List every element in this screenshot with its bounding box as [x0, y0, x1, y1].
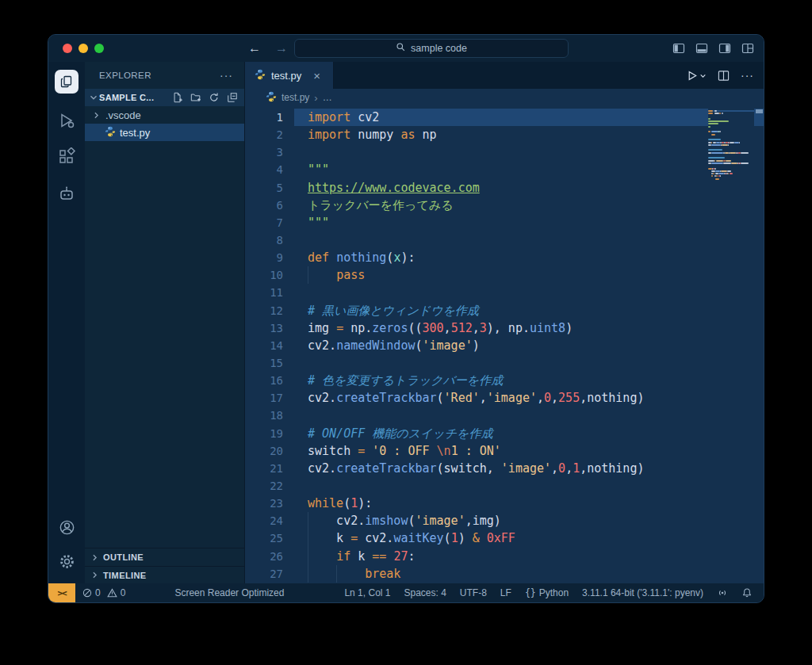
breadcrumb-file[interactable]: test.py: [282, 92, 309, 103]
minimap[interactable]: [708, 109, 754, 583]
code-line-content[interactable]: if k == 27:: [294, 548, 764, 565]
code-line[interactable]: 8: [245, 231, 764, 249]
code-line[interactable]: 21cv2.createTrackbar(switch, 'image',0,1…: [245, 460, 764, 477]
new-file-icon[interactable]: [172, 92, 183, 103]
tab-testpy[interactable]: test.py ×: [245, 62, 334, 89]
code-line-content[interactable]: [294, 354, 764, 372]
code-line[interactable]: 17cv2.createTrackbar('Red','image',0,255…: [245, 389, 764, 407]
code-line-content[interactable]: cv2.imshow('image',img): [294, 512, 764, 529]
code-line-content[interactable]: pass: [294, 266, 764, 284]
code-line-content[interactable]: break: [294, 565, 764, 583]
close-window-button[interactable]: [63, 44, 72, 53]
code-line[interactable]: 6トラックバーを作ってみる: [245, 197, 764, 214]
breadcrumb-symbols[interactable]: …: [323, 92, 332, 103]
code-line-content[interactable]: トラックバーを作ってみる: [294, 197, 764, 214]
code-line-content[interactable]: [294, 231, 764, 249]
tree-item-vscode-folder[interactable]: .vscode: [85, 106, 244, 124]
code-line-content[interactable]: [294, 284, 764, 301]
code-line[interactable]: 11: [245, 284, 764, 301]
code-line-content[interactable]: # 色を変更するトラックバーを作成: [294, 372, 764, 389]
code-line[interactable]: 26 if k == 27:: [245, 548, 764, 565]
extensions-icon[interactable]: [57, 147, 76, 166]
settings-gear-icon[interactable]: [58, 552, 76, 574]
code-line-content[interactable]: cv2.createTrackbar(switch, 'image',0,1,n…: [294, 460, 764, 477]
code-line[interactable]: 5https://www.codevace.com: [245, 179, 764, 197]
indentation-status[interactable]: Spaces: 4: [404, 587, 446, 598]
tree-item-testpy-file[interactable]: test.py: [85, 124, 244, 141]
problems-indicator[interactable]: 0 0: [82, 587, 125, 598]
remote-indicator-button[interactable]: ><: [48, 583, 75, 602]
toggle-secondary-sidebar-icon[interactable]: [718, 42, 731, 55]
code-line-content[interactable]: import numpy as np: [294, 126, 764, 143]
run-python-file-button[interactable]: [686, 70, 707, 82]
code-line-content[interactable]: import cv2: [294, 109, 764, 126]
code-line[interactable]: 10 pass: [245, 266, 764, 284]
explorer-icon[interactable]: [55, 70, 79, 94]
outline-section[interactable]: OUTLINE: [85, 548, 244, 566]
code-line-content[interactable]: [294, 477, 764, 495]
code-line[interactable]: 4""": [245, 161, 764, 178]
broadcast-icon[interactable]: [717, 587, 728, 598]
language-mode-status[interactable]: {} Python: [525, 587, 569, 598]
toggle-sidebar-icon[interactable]: [672, 42, 685, 55]
code-line[interactable]: 13img = np.zeros((300,512,3), np.uint8): [245, 319, 764, 337]
code-line[interactable]: 18: [245, 407, 764, 424]
code-line-content[interactable]: # 黒い画像とウィンドウを作成: [294, 302, 764, 319]
code-line[interactable]: 7""": [245, 214, 764, 231]
new-folder-icon[interactable]: [190, 92, 201, 103]
close-tab-icon[interactable]: ×: [313, 70, 320, 82]
code-line[interactable]: 12# 黒い画像とウィンドウを作成: [245, 302, 764, 319]
code-line-content[interactable]: cv2.namedWindow('image'): [294, 337, 764, 354]
command-center-search[interactable]: sample code: [294, 39, 569, 58]
python-interpreter-status[interactable]: 3.11.1 64-bit ('3.11.1': pyenv): [582, 587, 703, 598]
code-line-content[interactable]: """: [294, 161, 764, 178]
code-line[interactable]: 23while(1):: [245, 495, 764, 512]
customize-layout-icon[interactable]: [741, 42, 754, 55]
refresh-icon[interactable]: [209, 92, 220, 103]
code-line-content[interactable]: # ON/OFF 機能のスイッチを作成: [294, 425, 764, 442]
code-line-content[interactable]: [294, 407, 764, 424]
back-arrow-icon[interactable]: ←: [248, 41, 261, 55]
code-line-content[interactable]: https://www.codevace.com: [294, 179, 764, 197]
code-line[interactable]: 9def nothing(x):: [245, 249, 764, 266]
code-line-content[interactable]: """: [294, 214, 764, 231]
code-line[interactable]: 27 break: [245, 565, 764, 583]
notifications-bell-icon[interactable]: [741, 587, 753, 598]
accounts-icon[interactable]: [58, 518, 76, 540]
code-line-content[interactable]: cv2.createTrackbar('Red','image',0,255,n…: [294, 389, 764, 407]
code-line[interactable]: 3: [245, 143, 764, 161]
forward-arrow-icon[interactable]: →: [275, 41, 288, 55]
code-line-content[interactable]: [294, 143, 764, 161]
code-line-content[interactable]: img = np.zeros((300,512,3), np.uint8): [294, 319, 764, 337]
editor-more-actions-icon[interactable]: ···: [741, 69, 754, 82]
toggle-panel-icon[interactable]: [695, 42, 708, 55]
code-line[interactable]: 15: [245, 354, 764, 372]
eol-status[interactable]: LF: [500, 587, 511, 598]
code-line[interactable]: 20switch = '0 : OFF \n1 : ON': [245, 442, 764, 460]
explorer-more-actions-icon[interactable]: ···: [220, 69, 233, 82]
timeline-section[interactable]: TIMELINE: [85, 566, 244, 583]
code-line[interactable]: 16# 色を変更するトラックバーを作成: [245, 372, 764, 389]
minimize-window-button[interactable]: [79, 44, 88, 53]
code-line[interactable]: 19# ON/OFF 機能のスイッチを作成: [245, 425, 764, 442]
code-line[interactable]: 14cv2.namedWindow('image'): [245, 337, 764, 354]
code-line[interactable]: 22: [245, 477, 764, 495]
robot-extension-icon[interactable]: [57, 184, 76, 203]
zoom-window-button[interactable]: [94, 44, 104, 53]
split-editor-icon[interactable]: [718, 70, 730, 82]
code-line-content[interactable]: switch = '0 : OFF \n1 : ON': [294, 442, 764, 460]
code-line[interactable]: 25 k = cv2.waitKey(1) & 0xFF: [245, 529, 764, 547]
encoding-status[interactable]: UTF-8: [460, 587, 487, 598]
code-line-content[interactable]: def nothing(x):: [294, 249, 764, 266]
code-editor[interactable]: 1import cv22import numpy as np34"""5http…: [245, 106, 764, 583]
folder-section-header[interactable]: SAMPLE C...: [85, 89, 244, 106]
cursor-position-status[interactable]: Ln 1, Col 1: [344, 587, 390, 598]
code-line-content[interactable]: k = cv2.waitKey(1) & 0xFF: [294, 529, 764, 547]
code-line[interactable]: 1import cv2: [245, 109, 764, 126]
code-line[interactable]: 24 cv2.imshow('image',img): [245, 512, 764, 529]
code-line[interactable]: 2import numpy as np: [245, 126, 764, 143]
code-line-content[interactable]: while(1):: [294, 495, 764, 512]
breadcrumb[interactable]: test.py › …: [245, 89, 764, 106]
screen-reader-status[interactable]: Screen Reader Optimized: [174, 587, 284, 598]
collapse-folders-icon[interactable]: [227, 92, 238, 103]
